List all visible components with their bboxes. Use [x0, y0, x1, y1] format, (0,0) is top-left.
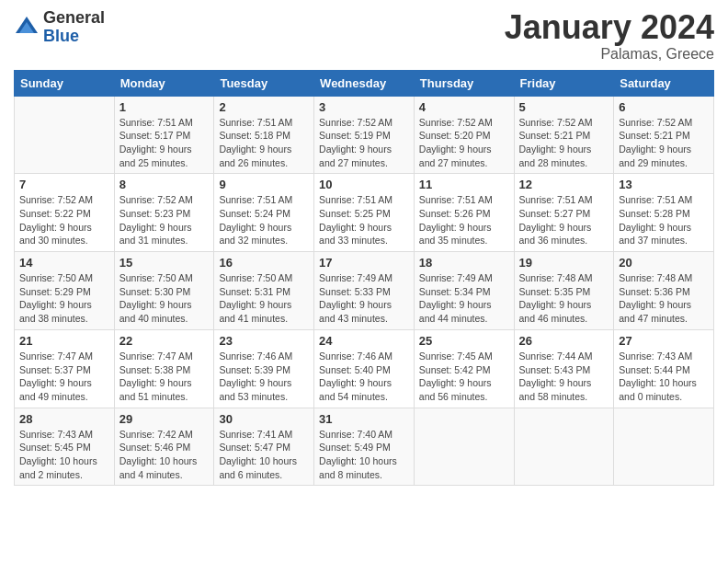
day-info: Sunrise: 7:42 AMSunset: 5:46 PMDaylight:… — [119, 428, 210, 482]
calendar-day-cell: 24Sunrise: 7:46 AMSunset: 5:40 PMDayligh… — [314, 329, 415, 408]
logo-general-text: General — [43, 9, 105, 28]
calendar-day-cell: 17Sunrise: 7:49 AMSunset: 5:33 PMDayligh… — [314, 252, 415, 330]
day-number: 31 — [319, 412, 409, 426]
day-info: Sunrise: 7:47 AMSunset: 5:37 PMDaylight:… — [19, 350, 109, 404]
calendar-day-cell: 11Sunrise: 7:51 AMSunset: 5:26 PMDayligh… — [414, 174, 514, 252]
day-info: Sunrise: 7:52 AMSunset: 5:20 PMDaylight:… — [419, 116, 509, 170]
day-number: 13 — [619, 178, 709, 191]
day-number: 3 — [319, 100, 409, 114]
day-info: Sunrise: 7:52 AMSunset: 5:21 PMDaylight:… — [619, 116, 709, 170]
calendar-table: SundayMondayTuesdayWednesdayThursdayFrid… — [14, 70, 714, 487]
day-info: Sunrise: 7:49 AMSunset: 5:33 PMDaylight:… — [319, 271, 409, 326]
day-info: Sunrise: 7:46 AMSunset: 5:40 PMDaylight:… — [319, 350, 409, 404]
calendar-day-cell: 15Sunrise: 7:50 AMSunset: 5:30 PMDayligh… — [114, 252, 214, 330]
calendar-day-cell: 23Sunrise: 7:46 AMSunset: 5:39 PMDayligh… — [214, 329, 314, 408]
day-of-week-header: Saturday — [614, 70, 714, 96]
day-of-week-header: Friday — [514, 70, 614, 96]
day-info: Sunrise: 7:52 AMSunset: 5:19 PMDaylight:… — [319, 116, 409, 170]
days-of-week-row: SundayMondayTuesdayWednesdayThursdayFrid… — [15, 70, 714, 96]
calendar-day-cell: 19Sunrise: 7:48 AMSunset: 5:35 PMDayligh… — [514, 252, 614, 330]
day-number: 21 — [19, 334, 109, 348]
calendar-day-cell: 29Sunrise: 7:42 AMSunset: 5:46 PMDayligh… — [114, 408, 214, 486]
day-info: Sunrise: 7:50 AMSunset: 5:30 PMDaylight:… — [119, 271, 210, 326]
day-number: 26 — [519, 334, 609, 348]
calendar-day-cell: 8Sunrise: 7:52 AMSunset: 5:23 PMDaylight… — [114, 174, 214, 252]
calendar-day-cell: 26Sunrise: 7:44 AMSunset: 5:43 PMDayligh… — [514, 329, 614, 408]
day-number: 15 — [119, 256, 210, 270]
day-of-week-header: Wednesday — [314, 70, 415, 96]
day-info: Sunrise: 7:44 AMSunset: 5:43 PMDaylight:… — [519, 350, 609, 404]
calendar-day-cell: 4Sunrise: 7:52 AMSunset: 5:20 PMDaylight… — [414, 96, 514, 174]
day-info: Sunrise: 7:51 AMSunset: 5:25 PMDaylight:… — [319, 193, 409, 247]
day-of-week-header: Monday — [114, 70, 214, 96]
page-header: General Blue January 2024 Palamas, Greec… — [14, 9, 714, 63]
day-info: Sunrise: 7:52 AMSunset: 5:21 PMDaylight:… — [519, 116, 609, 170]
calendar-day-cell: 18Sunrise: 7:49 AMSunset: 5:34 PMDayligh… — [414, 252, 514, 330]
day-number: 9 — [219, 178, 309, 191]
calendar-day-cell — [614, 408, 714, 486]
day-number: 7 — [19, 178, 109, 191]
day-number: 16 — [219, 256, 309, 270]
day-number: 18 — [419, 256, 509, 270]
day-number: 28 — [19, 412, 109, 426]
day-number: 4 — [419, 100, 509, 114]
logo-text: General Blue — [43, 9, 105, 46]
logo-icon — [14, 15, 40, 40]
calendar-header: SundayMondayTuesdayWednesdayThursdayFrid… — [15, 70, 714, 96]
calendar-week-row: 7Sunrise: 7:52 AMSunset: 5:22 PMDaylight… — [15, 174, 714, 252]
day-info: Sunrise: 7:41 AMSunset: 5:47 PMDaylight:… — [219, 428, 309, 482]
calendar-day-cell: 12Sunrise: 7:51 AMSunset: 5:27 PMDayligh… — [514, 174, 614, 252]
day-info: Sunrise: 7:51 AMSunset: 5:26 PMDaylight:… — [419, 193, 509, 247]
calendar-day-cell: 20Sunrise: 7:48 AMSunset: 5:36 PMDayligh… — [614, 252, 714, 330]
calendar-day-cell: 13Sunrise: 7:51 AMSunset: 5:28 PMDayligh… — [614, 174, 714, 252]
calendar-day-cell — [514, 408, 614, 486]
logo-blue-text: Blue — [43, 28, 105, 46]
day-info: Sunrise: 7:51 AMSunset: 5:28 PMDaylight:… — [619, 193, 709, 247]
day-number: 17 — [319, 256, 409, 270]
month-title: January 2024 — [505, 9, 714, 46]
calendar-day-cell: 27Sunrise: 7:43 AMSunset: 5:44 PMDayligh… — [614, 329, 714, 408]
day-number: 10 — [319, 178, 409, 191]
day-number: 12 — [519, 178, 609, 191]
location-subtitle: Palamas, Greece — [505, 46, 714, 63]
day-number: 8 — [119, 178, 210, 191]
day-info: Sunrise: 7:51 AMSunset: 5:27 PMDaylight:… — [519, 193, 609, 247]
title-block: January 2024 Palamas, Greece — [505, 9, 714, 63]
day-number: 22 — [119, 334, 210, 348]
calendar-week-row: 14Sunrise: 7:50 AMSunset: 5:29 PMDayligh… — [15, 252, 714, 330]
day-of-week-header: Sunday — [15, 70, 115, 96]
day-info: Sunrise: 7:52 AMSunset: 5:23 PMDaylight:… — [119, 193, 210, 247]
day-info: Sunrise: 7:49 AMSunset: 5:34 PMDaylight:… — [419, 271, 509, 326]
day-info: Sunrise: 7:50 AMSunset: 5:29 PMDaylight:… — [19, 271, 109, 326]
calendar-day-cell: 3Sunrise: 7:52 AMSunset: 5:19 PMDaylight… — [314, 96, 415, 174]
day-of-week-header: Thursday — [414, 70, 514, 96]
calendar-day-cell: 2Sunrise: 7:51 AMSunset: 5:18 PMDaylight… — [214, 96, 314, 174]
calendar-day-cell: 28Sunrise: 7:43 AMSunset: 5:45 PMDayligh… — [15, 408, 115, 486]
day-info: Sunrise: 7:51 AMSunset: 5:24 PMDaylight:… — [219, 193, 309, 247]
calendar-day-cell — [15, 96, 115, 174]
calendar-day-cell: 22Sunrise: 7:47 AMSunset: 5:38 PMDayligh… — [114, 329, 214, 408]
calendar-body: 1Sunrise: 7:51 AMSunset: 5:17 PMDaylight… — [15, 96, 714, 486]
calendar-day-cell: 21Sunrise: 7:47 AMSunset: 5:37 PMDayligh… — [15, 329, 115, 408]
day-number: 25 — [419, 334, 509, 348]
calendar-day-cell: 14Sunrise: 7:50 AMSunset: 5:29 PMDayligh… — [15, 252, 115, 330]
day-info: Sunrise: 7:51 AMSunset: 5:17 PMDaylight:… — [119, 116, 210, 170]
calendar-week-row: 28Sunrise: 7:43 AMSunset: 5:45 PMDayligh… — [15, 408, 714, 486]
calendar-day-cell: 1Sunrise: 7:51 AMSunset: 5:17 PMDaylight… — [114, 96, 214, 174]
day-info: Sunrise: 7:48 AMSunset: 5:36 PMDaylight:… — [619, 271, 709, 326]
day-info: Sunrise: 7:40 AMSunset: 5:49 PMDaylight:… — [319, 428, 409, 482]
day-number: 30 — [219, 412, 309, 426]
day-of-week-header: Tuesday — [214, 70, 314, 96]
calendar-day-cell: 25Sunrise: 7:45 AMSunset: 5:42 PMDayligh… — [414, 329, 514, 408]
day-info: Sunrise: 7:52 AMSunset: 5:22 PMDaylight:… — [19, 193, 109, 247]
calendar-day-cell: 9Sunrise: 7:51 AMSunset: 5:24 PMDaylight… — [214, 174, 314, 252]
day-number: 5 — [519, 100, 609, 114]
calendar-week-row: 21Sunrise: 7:47 AMSunset: 5:37 PMDayligh… — [15, 329, 714, 408]
day-info: Sunrise: 7:46 AMSunset: 5:39 PMDaylight:… — [219, 350, 309, 404]
day-number: 14 — [19, 256, 109, 270]
day-info: Sunrise: 7:43 AMSunset: 5:44 PMDaylight:… — [619, 350, 709, 404]
day-number: 2 — [219, 100, 309, 114]
day-number: 29 — [119, 412, 210, 426]
calendar-day-cell: 6Sunrise: 7:52 AMSunset: 5:21 PMDaylight… — [614, 96, 714, 174]
day-info: Sunrise: 7:51 AMSunset: 5:18 PMDaylight:… — [219, 116, 309, 170]
